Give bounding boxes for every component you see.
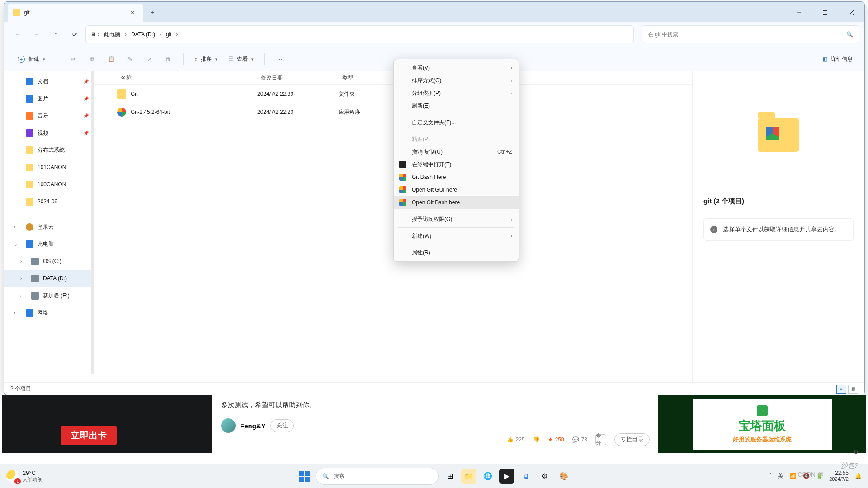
settings-gear-icon[interactable]: ⚙	[854, 449, 863, 459]
chevron-right-icon[interactable]: ›	[20, 259, 22, 264]
menu-git-bash-here[interactable]: Git Bash Here	[394, 171, 519, 183]
tray-chevron[interactable]: ˄	[769, 473, 772, 479]
sort-button[interactable]: ↕ 排序 ▾	[190, 52, 222, 67]
details-info: i 选择单个文件以获取详细信息并共享云内容。	[703, 218, 854, 241]
menu-refresh[interactable]: 刷新(E)	[394, 99, 519, 112]
forward-button[interactable]: →	[28, 26, 45, 42]
taskbar: 29°C大部晴朗 🔍搜索 ⊞ 📁 🌐 ▶ ⧉ ⚙ 🎨 ˄ 英 📶 🔇 🔋 22:…	[0, 464, 868, 488]
cut-button[interactable]: ✂	[65, 52, 82, 67]
sidebar-item-pictures[interactable]: 图片📌	[4, 90, 94, 107]
cloud-icon	[26, 223, 33, 231]
pin-icon: 📌	[83, 96, 89, 101]
taskbar-settings[interactable]: ⚙	[537, 469, 552, 484]
view-button[interactable]: ☰ 查看 ▾	[224, 52, 258, 67]
menu-group[interactable]: 分组依据(P)›	[394, 87, 519, 99]
new-button[interactable]: + 新建 ▾	[11, 52, 52, 67]
search-input[interactable]: 在 git 中搜索 🔍	[642, 25, 859, 43]
view-tiles-button[interactable]: ▦	[848, 385, 858, 394]
tab-close-button[interactable]: ✕	[127, 7, 138, 18]
taskbar-edge[interactable]: 🌐	[480, 469, 495, 484]
minimize-button[interactable]	[786, 4, 812, 22]
menu-paste: 粘贴(P)	[394, 133, 519, 145]
weather-widget[interactable]: 29°C大部晴朗	[6, 469, 42, 483]
delete-button[interactable]: 🗑	[160, 52, 177, 67]
share-button[interactable]: ↗	[141, 52, 158, 67]
chevron-down-icon[interactable]: ⌄	[14, 242, 18, 247]
maximize-button[interactable]	[812, 4, 838, 22]
ime-indicator[interactable]: 英	[778, 472, 783, 480]
breadcrumb[interactable]: git	[163, 28, 175, 41]
comments-button[interactable]: 💬73	[572, 436, 587, 443]
scroll-up-icon[interactable]: ▴	[90, 71, 94, 77]
sidebar-item-music[interactable]: 音乐📌	[4, 107, 94, 124]
sidebar-item-thispc[interactable]: ⌄此电脑	[4, 235, 94, 253]
sidebar-item-network[interactable]: ›网络	[4, 304, 94, 321]
notifications-icon[interactable]: 🔔	[855, 473, 862, 479]
more-button[interactable]: ⋯	[271, 52, 288, 67]
breadcrumb[interactable]: DATA (D:)	[128, 28, 158, 41]
sidebar-item-folder[interactable]: 101CANON	[4, 159, 94, 176]
rename-button[interactable]: ✎	[122, 52, 139, 67]
menu-new[interactable]: 新建(W)›	[394, 230, 519, 242]
weather-icon	[6, 470, 19, 483]
sidebar-item-videos[interactable]: 视频📌	[4, 124, 94, 141]
menu-grant-access[interactable]: 授予访问权限(G)›	[394, 213, 519, 225]
sidebar-item-drive-d[interactable]: ›DATA (D:)	[4, 270, 94, 287]
details-toggle-button[interactable]: ◧ 详细信息	[818, 52, 857, 67]
new-tab-button[interactable]: +	[143, 4, 161, 22]
view-details-button[interactable]: ≡	[836, 385, 846, 394]
sidebar-item-folder[interactable]: 100CANON	[4, 176, 94, 193]
up-button[interactable]: ↑	[47, 26, 64, 42]
address-bar[interactable]: 🖥 › 此电脑 › DATA (D:) › git ›	[85, 25, 634, 43]
menu-undo[interactable]: 撤消 复制(U)Ctrl+Z	[394, 145, 519, 158]
left-ad[interactable]: 立即出卡	[2, 395, 212, 453]
window-tab[interactable]: git ✕	[8, 4, 143, 22]
chevron-right-icon[interactable]: ›	[20, 276, 22, 281]
wifi-icon[interactable]: 📶	[790, 473, 797, 479]
like-button[interactable]: 👍225	[507, 436, 525, 443]
menu-view[interactable]: 查看(V)›	[394, 61, 519, 74]
dislike-button[interactable]: 👎	[533, 436, 540, 443]
menu-open-git-bash[interactable]: Open Git Bash here	[394, 196, 519, 209]
sidebar-item-drive-e[interactable]: ›新加卷 (E:)	[4, 287, 94, 304]
close-button[interactable]	[838, 4, 864, 22]
taskbar-vscode[interactable]: ⧉	[518, 469, 533, 484]
sidebar-item-drive-c[interactable]: ›OS (C:)	[4, 253, 94, 270]
start-button[interactable]	[297, 469, 312, 484]
paste-button[interactable]: 📋	[103, 52, 120, 67]
chevron-right-icon[interactable]: ›	[14, 225, 15, 230]
menu-terminal[interactable]: 在终端中打开(T)	[394, 158, 519, 171]
author-name[interactable]: Feng&Y	[240, 422, 266, 430]
col-name[interactable]: 名称	[121, 74, 261, 82]
sidebar-item-folder[interactable]: 2024-06	[4, 193, 94, 210]
sidebar-item-nutcloud[interactable]: ›坚果云	[4, 218, 94, 235]
chevron-down-icon: ▾	[215, 57, 217, 61]
menu-customize[interactable]: 自定义文件夹(F)...	[394, 116, 519, 129]
taskbar-terminal[interactable]: ▶	[499, 469, 514, 484]
sidebar-item-documents[interactable]: 文档📌	[4, 73, 94, 90]
chevron-right-icon: ›	[97, 31, 100, 38]
task-view-button[interactable]: ⊞	[442, 469, 458, 484]
column-toc-button[interactable]: 专栏目录	[614, 433, 650, 446]
hot-button[interactable]: ★250	[548, 436, 564, 443]
menu-sort[interactable]: 排序方式(O)›	[394, 74, 519, 87]
taskbar-search[interactable]: 🔍搜索	[316, 468, 439, 485]
menu-properties[interactable]: 属性(R)	[394, 246, 519, 259]
copy-button[interactable]: ⧉	[84, 52, 101, 67]
right-ad[interactable]: 宝塔面板 好用的服务器运维系统 举报 ⌃	[658, 395, 866, 453]
menu-open-git-gui[interactable]: Open Git GUI here	[394, 183, 519, 196]
chevron-right-icon[interactable]: ›	[20, 293, 22, 298]
clock[interactable]: 22:552024/7/2	[829, 470, 849, 483]
ad-cta-button[interactable]: 立即出卡	[61, 426, 117, 445]
refresh-button[interactable]: ⟳	[66, 26, 83, 42]
taskbar-explorer[interactable]: 📁	[461, 469, 476, 484]
follow-button[interactable]: 关注	[270, 419, 294, 432]
sidebar-item-folder[interactable]: 分布式系统	[4, 141, 94, 159]
chevron-right-icon[interactable]: ›	[14, 310, 15, 315]
share-button[interactable]: �分	[595, 434, 606, 445]
avatar[interactable]	[221, 418, 236, 433]
back-button[interactable]: ←	[9, 26, 26, 42]
breadcrumb[interactable]: 此电脑	[101, 28, 123, 41]
taskbar-app[interactable]: 🎨	[556, 469, 571, 484]
col-date[interactable]: 修改日期	[261, 74, 342, 82]
